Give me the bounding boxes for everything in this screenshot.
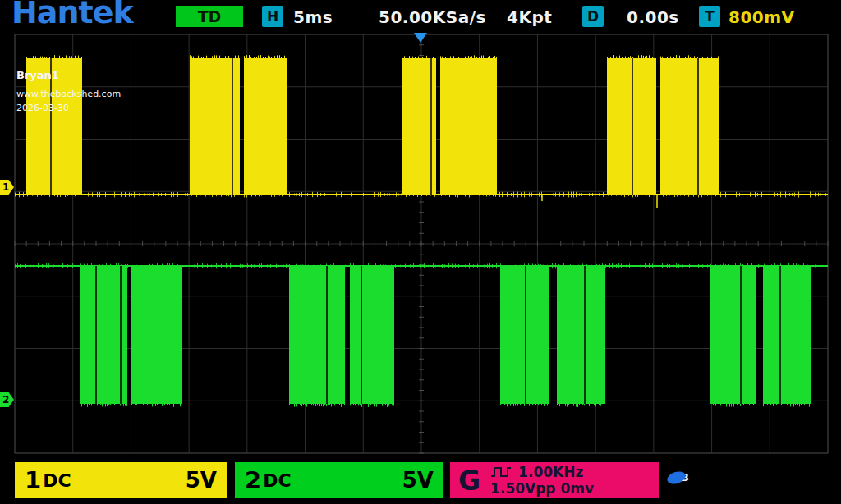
generator-frequency: 1.00KHz — [518, 464, 583, 480]
generator-label: G — [458, 465, 480, 497]
generator-readouts: 1.00KHz 1.50Vpp 0mv — [490, 464, 594, 497]
oscilloscope-screen: Hantek TD H 5ms 50.00KSa/s 4Kpt D 0.00s … — [0, 0, 841, 504]
delay-readout: 0.00s — [627, 7, 679, 27]
channel2-number: 2 — [245, 466, 261, 494]
annotation-overlay: Bryan1 www.thebackshed.com 2026-03-30 — [16, 69, 121, 113]
channel2-scale: 5V — [402, 468, 434, 493]
delay-badge: D — [582, 6, 604, 27]
trigger-position-marker-icon — [414, 33, 427, 43]
sample-rate-readout: 50.00KSa/s — [379, 7, 486, 27]
annotation-date: 2026-03-30 — [16, 103, 121, 113]
timebase-readout: 5ms — [293, 7, 333, 27]
waveform-canvas — [0, 33, 841, 455]
generator-info-box: G 1.00KHz 1.50Vpp 0mv — [450, 462, 659, 498]
square-wave-icon — [490, 466, 512, 478]
generator-amplitude: 1.50Vpp 0mv — [490, 480, 594, 497]
channel1-info-box: 1 DC 5V — [15, 462, 227, 498]
channel1-marker-label: 1 — [2, 181, 9, 193]
channel1-number: 1 — [25, 466, 41, 494]
trigger-badge: T — [699, 6, 720, 27]
brand-logo: Hantek — [11, 0, 133, 30]
memory-depth-readout: 4Kpt — [507, 7, 552, 27]
waveform-display: Bryan1 www.thebackshed.com 2026-03-30 1 … — [0, 33, 841, 455]
channel1-scale: 5V — [186, 468, 217, 493]
trigger-status-badge: TD — [176, 6, 243, 27]
horizontal-badge: H — [262, 6, 283, 27]
usb-device-indicator: B — [667, 471, 689, 483]
annotation-url: www.thebackshed.com — [16, 89, 121, 99]
annotation-username: Bryan1 — [16, 69, 121, 81]
channel2-marker-label: 2 — [2, 394, 9, 405]
channel2-coupling: DC — [263, 470, 402, 491]
channel2-info-box: 2 DC 5V — [235, 462, 443, 498]
channel1-coupling: DC — [43, 470, 186, 491]
trigger-level-readout: 800mV — [728, 7, 795, 27]
